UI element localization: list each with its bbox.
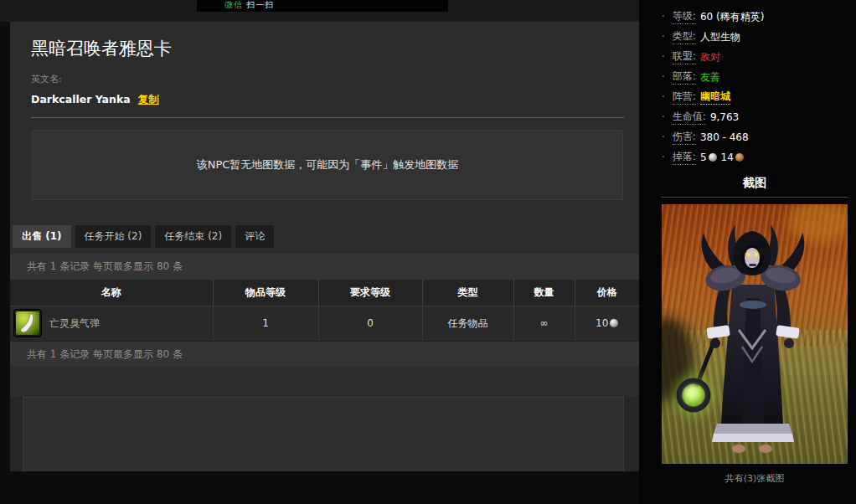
stat-label: 伤害: [673,130,696,145]
tab-quest-start[interactable]: 任务开始 (2) [75,225,152,248]
npc-stats-list: · 等级: 60 (稀有精英) · 类型: 人型生物 · 联盟: 敌对 · 部落… [662,0,848,167]
sell-table: 名称 物品等级 要求等级 类型 数量 价格 [10,280,639,341]
bullet-icon: · [662,11,665,23]
bullet-icon: · [662,111,665,123]
req-level-cell: 0 [318,306,422,341]
bullet-icon: · [662,51,665,63]
item-name-cell: 亡灵臭气弹 [10,309,213,337]
stat-label: 阵营: [673,90,696,105]
stat-value: 人型生物 [700,30,740,44]
comment-input-box[interactable] [23,397,624,471]
npc-panel: 黑暗召唤者雅恩卡 英文名: Darkcaller Yanka 复制 该NPC暂无… [10,22,639,471]
panel-header: 黑暗召唤者雅恩卡 英文名: Darkcaller Yanka 复制 [10,22,639,107]
stat-damage: · 伤害: 380 - 468 [662,127,848,147]
npc-screenshot[interactable] [662,204,848,464]
wechat-action-label: 扫一扫 [246,0,274,9]
page-title: 黑暗召唤者雅恩卡 [31,39,624,59]
main-column: 黑暗召唤者雅恩卡 英文名: Darkcaller Yanka 复制 该NPC暂无… [0,0,639,504]
stat-value: 60 (稀有精英) [700,10,764,24]
silver-coin-icon [610,319,618,327]
stat-faction: · 阵营: 幽暗城 [662,87,848,107]
stat-label: 联盟: [673,49,696,64]
english-name: Darkcaller Yanka [31,93,131,105]
stat-drops: · 掉落: 5 14 [662,147,848,167]
table-header-row: 名称 物品等级 要求等级 类型 数量 价格 [10,280,639,306]
item-level-cell: 1 [213,306,318,341]
stat-alliance: · 联盟: 敌对 [662,47,848,67]
stat-level: · 等级: 60 (稀有精英) [662,7,848,27]
table-row: 亡灵臭气弹 1 0 任务物品 ∞ 10 [10,306,639,341]
stat-value-friendly: 友善 [700,70,720,85]
item-type-cell: 任务物品 [422,306,513,341]
stat-label: 生命值: [673,110,706,125]
col-header-type: 类型 [422,280,513,306]
pagination-top: 共有 1 条记录 每页最多显示 80 条 [10,254,639,280]
stat-value: 9,763 [710,111,739,123]
col-header-item-level: 物品等级 [213,280,318,306]
col-header-name: 名称 [10,280,213,306]
english-name-label: 英文名: [31,73,624,85]
comments-area [10,397,639,471]
stat-type: · 类型: 人型生物 [662,27,848,47]
screenshots-heading: 截图 [662,174,848,191]
english-name-row: Darkcaller Yanka 复制 [31,93,624,107]
bullet-icon: · [662,31,665,43]
wechat-share-popup[interactable]: 微信 扫一扫 [197,0,448,12]
stat-value-hostile: 敌对 [700,50,720,64]
stat-label: 类型: [673,29,696,44]
page: 黑暗召唤者雅恩卡 英文名: Darkcaller Yanka 复制 该NPC暂无… [0,0,856,504]
map-notice-text: 该NPC暂无地图数据，可能因为「事件」触发地图数据 [197,157,459,172]
tab-quest-end[interactable]: 任务结束 (2) [155,225,231,248]
drop-copper-amount: 14 [721,152,734,163]
wechat-popup-text: 微信 扫一扫 [224,0,274,11]
stat-label: 部落: [673,69,696,85]
stat-label: 掉落: [673,150,696,165]
price-value: 10 [596,317,608,329]
quantity-cell: ∞ [513,306,575,341]
map-notice-box: 该NPC暂无地图数据，可能因为「事件」触发地图数据 [32,130,623,200]
tusk-icon [15,311,40,336]
col-header-req-level: 要求等级 [318,280,422,306]
item-name-link[interactable]: 亡灵臭气弹 [49,316,100,331]
silver-coin-icon [709,153,717,162]
screenshots-divider [662,197,848,198]
stat-value: 380 - 468 [700,131,749,143]
stat-label: 等级: [673,9,696,24]
screenshot-count-caption: 共有(3)张截图 [662,472,848,485]
npc-info-sidebar: · 等级: 60 (稀有精英) · 类型: 人型生物 · 联盟: 敌对 · 部落… [639,0,856,504]
copy-button[interactable]: 复制 [138,93,159,105]
bullet-icon: · [662,71,665,83]
col-header-quantity: 数量 [513,280,575,306]
tab-sell[interactable]: 出售 (1) [13,225,71,248]
header-divider [31,117,624,118]
tab-comments[interactable]: 评论 [235,225,274,248]
wechat-brand-label: 微信 [224,0,243,9]
price-cell: 10 [575,306,639,341]
pagination-bottom: 共有 1 条记录 每页最多显示 80 条 [10,341,639,367]
tab-bar: 出售 (1) 任务开始 (2) 任务结束 (2) 评论 [13,225,639,248]
faction-link[interactable]: 幽暗城 [700,90,730,105]
col-header-price: 价格 [575,280,639,306]
bullet-icon: · [662,152,665,163]
drop-silver-amount: 5 [700,152,707,163]
copper-coin-icon [735,153,744,162]
stat-horde: · 部落: 友善 [662,67,848,87]
npc-screenshot-image [662,204,848,464]
stat-health: · 生命值: 9,763 [662,107,848,127]
bullet-icon: · [662,91,665,103]
bullet-icon: · [662,131,665,143]
item-icon[interactable] [13,309,42,337]
